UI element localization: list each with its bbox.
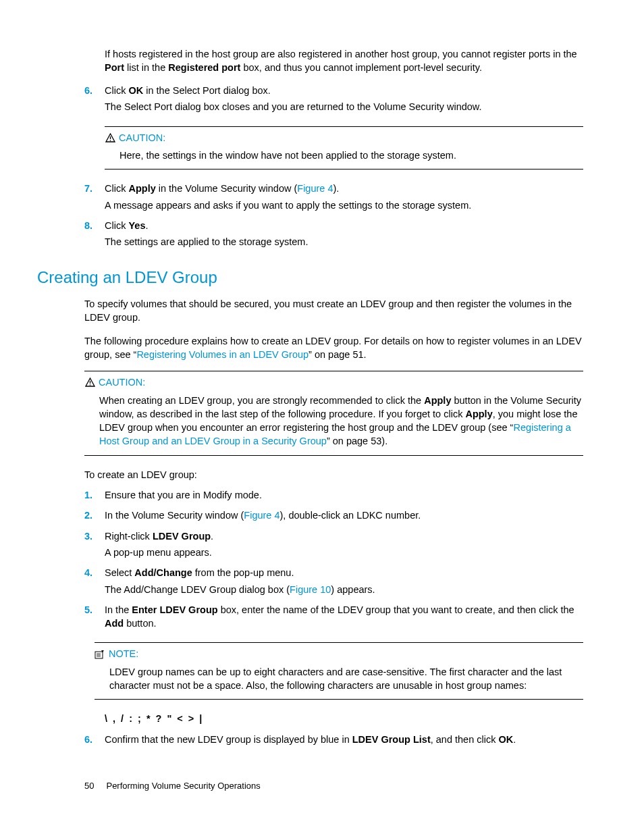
step-6: 6. Click OK in the Select Port dialog bo… [84, 84, 583, 117]
note-icon [95, 649, 105, 660]
steps-list-continued-2: 7. Click Apply in the Volume Security wi… [84, 182, 583, 251]
step-number: 1. [84, 488, 105, 504]
step-number: 2. [84, 509, 105, 525]
step-number: 3. [84, 529, 105, 563]
intro-paragraph: If hosts registered in the host group ar… [105, 47, 583, 75]
step-8: 8. Click Yes. The settings are applied t… [84, 219, 583, 252]
step-number: 4. [84, 566, 105, 599]
section-paragraph-2: The following procedure explains how to … [84, 334, 583, 362]
caution-box-2: CAUTION: When creating an LDEV group, yo… [84, 371, 583, 455]
step-b2: 2. In the Volume Security window (Figure… [84, 509, 583, 525]
caution-label: CAUTION: [99, 375, 145, 389]
footer-title: Performing Volume Security Operations [106, 780, 260, 792]
note-label: NOTE: [109, 647, 138, 660]
caution-label: CAUTION: [119, 131, 165, 145]
step-b3: 3. Right-click LDEV Group. A pop-up menu… [84, 529, 583, 563]
page-footer: 50 Performing Volume Security Operations [84, 780, 261, 792]
steps-list-b-cont: 6. Confirm that the new LDEV group is di… [84, 733, 583, 749]
figure-10-link[interactable]: Figure 10 [290, 584, 331, 595]
caution-icon [84, 377, 95, 388]
svg-point-3 [89, 385, 90, 386]
step-7: 7. Click Apply in the Volume Security wi… [84, 182, 583, 215]
step-number: 6. [84, 733, 105, 749]
step-number: 8. [84, 219, 105, 252]
svg-point-1 [109, 140, 111, 141]
caution-icon [105, 132, 115, 143]
caution-body-2: When creating an LDEV group, you are str… [99, 394, 583, 448]
steps-list-b: 1. Ensure that you are in Modify mode. 2… [84, 488, 583, 633]
lead-paragraph: To create an LDEV group: [84, 468, 583, 481]
forbidden-characters: \ , / : ; * ? " < > | [105, 712, 583, 725]
caution-box-1: CAUTION: Here, the settings in the windo… [105, 126, 583, 170]
note-body: LDEV group names can be up to eight char… [109, 665, 583, 693]
figure-4-link-b[interactable]: Figure 4 [244, 510, 279, 521]
step-b4: 4. Select Add/Change from the pop-up men… [84, 566, 583, 599]
figure-4-link[interactable]: Figure 4 [297, 183, 333, 194]
step-b1: 1. Ensure that you are in Modify mode. [84, 488, 583, 504]
registering-volumes-link[interactable]: Registering Volumes in an LDEV Group [136, 349, 308, 360]
step-number: 7. [84, 182, 105, 215]
page-number: 50 [84, 780, 94, 792]
step-number: 5. [84, 603, 105, 633]
caution-body: Here, the settings in the window have no… [119, 149, 583, 162]
step-b6: 6. Confirm that the new LDEV group is di… [84, 733, 583, 749]
steps-list-continued: 6. Click OK in the Select Port dialog bo… [84, 84, 583, 117]
step-number: 6. [84, 84, 105, 117]
section-heading-creating-ldev-group: Creating an LDEV Group [37, 266, 597, 289]
step-b5: 5. In the Enter LDEV Group box, enter th… [84, 603, 583, 633]
note-box: NOTE: LDEV group names can be up to eigh… [95, 642, 583, 700]
section-paragraph-1: To specify volumes that should be secure… [84, 297, 583, 325]
